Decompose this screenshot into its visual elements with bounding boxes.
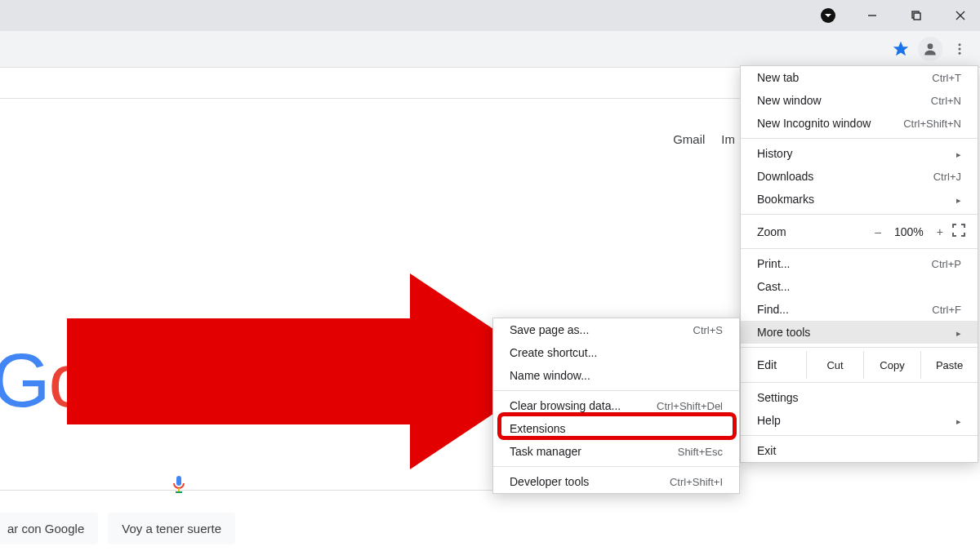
menu-help[interactable]: Help — [741, 409, 978, 432]
fullscreen-icon[interactable] — [951, 223, 966, 240]
menu-cast[interactable]: Cast... — [741, 275, 978, 298]
menu-separator — [741, 382, 978, 383]
chevron-right-icon — [956, 326, 961, 339]
google-logo: G o o — [0, 343, 129, 418]
svg-point-10 — [959, 52, 961, 55]
svg-point-9 — [959, 48, 961, 51]
profile-avatar-icon[interactable] — [918, 37, 942, 61]
google-search-button[interactable]: ar con Google — [0, 513, 98, 544]
close-button[interactable] — [947, 2, 973, 29]
edit-cut-button[interactable]: Cut — [806, 351, 863, 379]
logo-green-accent — [170, 351, 181, 387]
maximize-button[interactable] — [903, 2, 929, 29]
submenu-create-shortcut[interactable]: Create shortcut... — [493, 341, 739, 364]
chevron-right-icon — [956, 147, 961, 160]
menu-exit[interactable]: Exit — [741, 439, 978, 462]
minimize-button[interactable] — [859, 2, 885, 29]
chevron-right-icon — [956, 193, 961, 206]
feeling-lucky-button[interactable]: Voy a tener suerte — [108, 513, 235, 544]
edit-label: Edit — [757, 358, 806, 371]
menu-find[interactable]: Find...Ctrl+F — [741, 298, 978, 321]
svg-point-7 — [928, 43, 933, 49]
submenu-separator — [493, 466, 739, 467]
menu-zoom: Zoom – 100% + — [741, 218, 978, 245]
menu-downloads[interactable]: DownloadsCtrl+J — [741, 165, 978, 188]
svg-point-8 — [959, 43, 961, 46]
svg-rect-3 — [914, 13, 920, 20]
menu-separator — [741, 248, 978, 249]
search-box-edge — [0, 490, 498, 491]
svg-marker-0 — [825, 14, 831, 17]
images-link-truncated[interactable]: Im — [721, 131, 735, 148]
menu-separator — [741, 347, 978, 348]
mic-icon[interactable] — [172, 475, 186, 495]
menu-separator — [741, 138, 978, 139]
submenu-name-window[interactable]: Name window... — [493, 364, 739, 387]
chrome-main-menu: New tabCtrl+T New windowCtrl+N New Incog… — [740, 65, 978, 463]
zoom-value: 100% — [894, 225, 924, 238]
menu-settings[interactable]: Settings — [741, 386, 978, 409]
submenu-task-manager[interactable]: Task managerShift+Esc — [493, 440, 739, 463]
os-titlebar — [0, 0, 980, 31]
menu-bookmarks[interactable]: Bookmarks — [741, 188, 978, 211]
edit-copy-button[interactable]: Copy — [863, 351, 920, 379]
bookmark-star-icon[interactable] — [889, 37, 913, 61]
menu-separator — [741, 214, 978, 215]
svg-rect-11 — [176, 476, 181, 486]
browser-toolbar — [0, 31, 980, 68]
zoom-in-button[interactable]: + — [937, 225, 943, 238]
menu-more-tools[interactable]: More tools — [741, 321, 978, 344]
gmail-link[interactable]: Gmail — [673, 131, 705, 148]
submenu-clear-browsing-data[interactable]: Clear browsing data...Ctrl+Shift+Del — [493, 394, 739, 417]
logo-letter-o1: o — [49, 343, 89, 418]
menu-separator — [741, 435, 978, 436]
logo-letter-g: G — [0, 343, 49, 418]
search-buttons: ar con Google Voy a tener suerte — [0, 513, 235, 544]
submenu-separator — [493, 390, 739, 391]
chevron-right-icon — [956, 414, 961, 427]
more-tools-submenu: Save page as...Ctrl+S Create shortcut...… — [492, 318, 740, 494]
svg-marker-6 — [893, 42, 908, 56]
zoom-label: Zoom — [757, 225, 866, 238]
menu-new-window[interactable]: New windowCtrl+N — [741, 89, 978, 112]
edit-paste-button[interactable]: Paste — [920, 351, 978, 379]
submenu-developer-tools[interactable]: Developer toolsCtrl+Shift+I — [493, 470, 739, 493]
page-separator — [0, 98, 743, 99]
submenu-extensions[interactable]: Extensions — [493, 417, 739, 440]
submenu-save-page[interactable]: Save page as...Ctrl+S — [493, 318, 739, 341]
app-indicator-icon — [815, 2, 841, 29]
menu-edit-row: Edit Cut Copy Paste — [741, 351, 978, 379]
menu-print[interactable]: Print...Ctrl+P — [741, 252, 978, 275]
zoom-out-button[interactable]: – — [875, 225, 881, 238]
menu-new-tab[interactable]: New tabCtrl+T — [741, 66, 978, 89]
menu-incognito[interactable]: New Incognito windowCtrl+Shift+N — [741, 112, 978, 135]
menu-history[interactable]: History — [741, 142, 978, 165]
logo-letter-o2: o — [89, 343, 129, 418]
kebab-menu-icon[interactable] — [947, 37, 972, 61]
